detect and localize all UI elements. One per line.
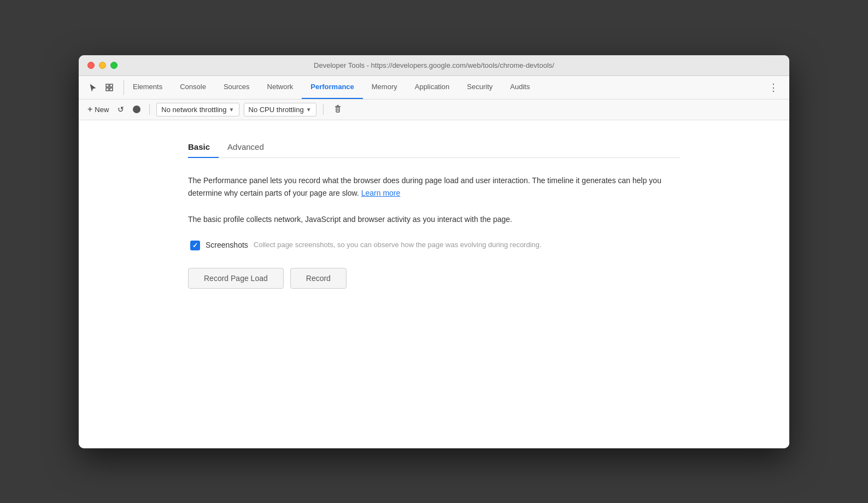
description-paragraph-2: The basic profile collects network, Java…: [188, 213, 680, 226]
maximize-button[interactable]: [110, 62, 118, 69]
tab-elements[interactable]: Elements: [124, 76, 171, 99]
content-tab-basic[interactable]: Basic: [188, 137, 219, 158]
tab-memory[interactable]: Memory: [363, 76, 406, 99]
description-paragraph-1: The Performance panel lets you record wh…: [188, 174, 680, 201]
window-title: Developer Tools - https://developers.goo…: [314, 61, 554, 69]
minimize-button[interactable]: [99, 62, 106, 69]
reload-icon: ↺: [118, 105, 124, 114]
learn-more-link[interactable]: Learn more: [361, 189, 401, 197]
tab-security[interactable]: Security: [458, 76, 501, 99]
tab-performance[interactable]: Performance: [302, 76, 362, 99]
checkmark-icon: ✓: [192, 242, 198, 249]
more-tabs-button[interactable]: ⋮: [764, 76, 783, 99]
tab-audits[interactable]: Audits: [501, 76, 538, 99]
tab-console[interactable]: Console: [171, 76, 215, 99]
new-button[interactable]: + New: [85, 103, 111, 116]
screenshots-row: ✓ Screenshots Collect page screenshots, …: [190, 239, 680, 250]
traffic-lights: [87, 62, 118, 69]
svg-rect-3: [110, 88, 113, 91]
toolbar-icons: [85, 80, 124, 95]
network-throttle-arrow: ▼: [229, 107, 234, 113]
record-button[interactable]: [131, 104, 143, 115]
reload-button[interactable]: ↺: [115, 103, 126, 115]
tab-bar: Elements Console Sources Network Perform…: [124, 76, 783, 99]
inspect-icon[interactable]: [102, 80, 117, 95]
record-page-load-button[interactable]: Record Page Load: [188, 268, 284, 289]
svg-rect-4: [336, 107, 339, 112]
record-buttons-group: Record Page Load Record: [188, 268, 680, 289]
cursor-icon[interactable]: [85, 80, 101, 95]
tab-toolbar: Elements Console Sources Network Perform…: [79, 76, 789, 100]
cpu-throttle-dropdown[interactable]: No CPU throttling ▼: [244, 103, 316, 116]
devtools-window: Developer Tools - https://developers.goo…: [79, 55, 789, 448]
tab-sources[interactable]: Sources: [215, 76, 259, 99]
tab-network[interactable]: Network: [259, 76, 302, 99]
separator-2: [323, 104, 324, 115]
close-button[interactable]: [87, 62, 95, 69]
clear-button[interactable]: [330, 103, 345, 116]
record-button-main[interactable]: Record: [290, 268, 347, 289]
screenshots-inline: Screenshots Collect page screenshots, so…: [206, 239, 542, 250]
content-tabs: Basic Advanced: [188, 137, 680, 158]
record-circle-icon: [133, 106, 140, 113]
screenshots-checkbox[interactable]: ✓: [190, 241, 200, 250]
content-tab-advanced[interactable]: Advanced: [227, 137, 273, 158]
network-throttle-dropdown[interactable]: No network throttling ▼: [156, 103, 239, 116]
screenshots-content: Screenshots Collect page screenshots, so…: [206, 239, 542, 250]
title-bar: Developer Tools - https://developers.goo…: [79, 55, 789, 76]
controls-bar: + New ↺ No network throttling ▼ No CPU t…: [79, 100, 789, 120]
cpu-throttle-arrow: ▼: [306, 107, 312, 113]
svg-rect-0: [106, 84, 109, 87]
screenshots-description: Collect page screenshots, so you can obs…: [254, 239, 542, 250]
svg-rect-2: [106, 88, 109, 91]
svg-rect-1: [110, 84, 113, 87]
separator-1: [149, 104, 150, 115]
tab-application[interactable]: Application: [406, 76, 459, 99]
screenshots-label: Screenshots: [206, 241, 248, 249]
main-content: Basic Advanced The Performance panel let…: [79, 120, 789, 448]
